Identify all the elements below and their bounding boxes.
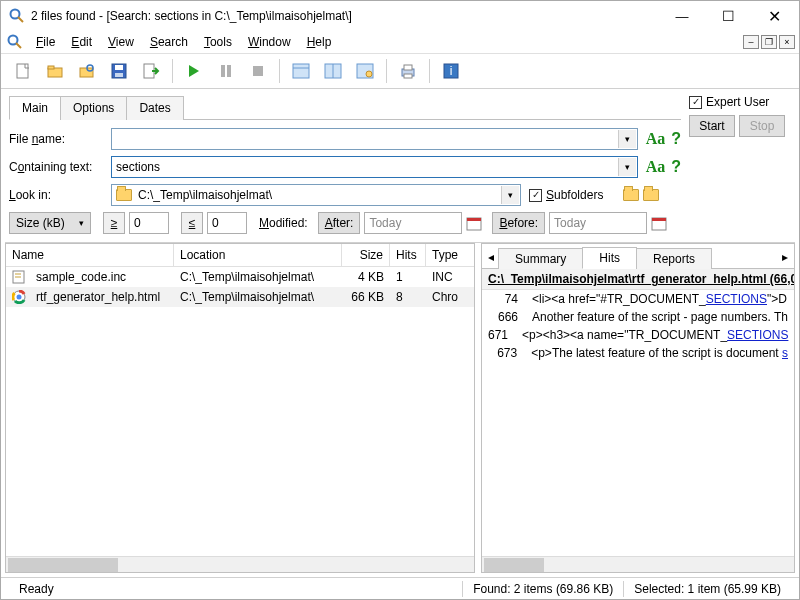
h-scrollbar[interactable] [6, 556, 474, 572]
results-list-pane: Name Location Size Hits Type sample_code… [5, 243, 475, 573]
ge-button[interactable]: ≥ [103, 212, 125, 234]
h-scrollbar[interactable] [482, 556, 794, 572]
svg-rect-14 [221, 65, 225, 77]
menu-help[interactable]: Help [300, 33, 339, 51]
file-name-input[interactable]: ▾ [111, 128, 638, 150]
table-row[interactable]: sample_code.inc C:\_Temp\ilmaisohjelmat\… [6, 267, 474, 287]
mdi-close-button[interactable]: × [779, 35, 795, 49]
svg-rect-4 [17, 64, 28, 78]
tab-summary[interactable]: Summary [498, 248, 583, 269]
menu-file[interactable]: File [29, 33, 62, 51]
menu-search[interactable]: Search [143, 33, 195, 51]
col-type[interactable]: Type [426, 244, 474, 266]
stop-button-icon[interactable] [244, 57, 272, 85]
save-button[interactable] [105, 57, 133, 85]
hit-line[interactable]: 671<p><h3><a name="TR_DOCUMENT_SECTIONS [482, 326, 794, 344]
start-button[interactable]: Start [689, 115, 735, 137]
tab-hits[interactable]: Hits [582, 247, 637, 269]
minimize-button[interactable]: — [659, 1, 705, 31]
chevron-down-icon[interactable]: ▾ [501, 186, 519, 204]
case-toggle-icon[interactable]: Aa [646, 158, 666, 176]
col-size[interactable]: Size [342, 244, 390, 266]
col-location[interactable]: Location [174, 244, 342, 266]
menu-tools[interactable]: Tools [197, 33, 239, 51]
menu-view[interactable]: View [101, 33, 141, 51]
maximize-button[interactable]: ☐ [705, 1, 751, 31]
tab-reports[interactable]: Reports [636, 248, 712, 269]
search-icon [7, 34, 23, 50]
before-button[interactable]: Before: [492, 212, 545, 234]
svg-rect-15 [227, 65, 231, 77]
modified-label: Modified: [259, 216, 308, 230]
containing-text-input[interactable]: sections▾ [111, 156, 638, 178]
chevron-down-icon[interactable]: ▾ [618, 158, 636, 176]
expert-user-checkbox[interactable]: ✓Expert User [689, 95, 791, 109]
svg-line-3 [16, 43, 21, 48]
scroll-right-icon[interactable]: ▸ [778, 250, 792, 264]
svg-rect-10 [115, 65, 123, 70]
pause-button[interactable] [212, 57, 240, 85]
svg-rect-6 [48, 66, 54, 69]
col-hits[interactable]: Hits [390, 244, 426, 266]
status-ready: Ready [9, 582, 64, 596]
layout-3-button[interactable] [351, 57, 379, 85]
open-search-button[interactable] [73, 57, 101, 85]
case-toggle-icon[interactable]: Aa [646, 130, 666, 148]
col-name[interactable]: Name [6, 244, 174, 266]
scroll-left-icon[interactable]: ◂ [484, 250, 498, 264]
before-date-input[interactable]: Today [549, 212, 647, 234]
about-button[interactable]: i [437, 57, 465, 85]
stop-button[interactable]: Stop [739, 115, 785, 137]
side-controls: ✓Expert User Start Stop [681, 95, 791, 236]
hits-file-header: C:\_Temp\ilmaisohjelmat\rtf_generator_he… [482, 269, 794, 290]
svg-rect-25 [404, 74, 412, 78]
print-button[interactable] [394, 57, 422, 85]
calendar-icon[interactable] [466, 215, 482, 231]
chevron-down-icon[interactable]: ▾ [618, 130, 636, 148]
tab-main[interactable]: Main [9, 96, 61, 120]
close-button[interactable]: ✕ [751, 1, 797, 31]
calendar-icon[interactable] [651, 215, 667, 231]
help-icon[interactable]: ? [671, 158, 681, 176]
mdi-minimize-button[interactable]: – [743, 35, 759, 49]
size-ge-input[interactable]: 0 [129, 212, 169, 234]
mdi-controls: – ❐ × [743, 35, 799, 49]
new-button[interactable] [9, 57, 37, 85]
hit-line[interactable]: 666Another feature of the script - page … [482, 308, 794, 326]
layout-2-button[interactable] [319, 57, 347, 85]
svg-marker-13 [189, 65, 199, 77]
le-button[interactable]: ≤ [181, 212, 203, 234]
size-le-input[interactable]: 0 [207, 212, 247, 234]
results-header: Name Location Size Hits Type [6, 244, 474, 267]
tab-options[interactable]: Options [60, 96, 127, 120]
size-unit-select[interactable]: Size (kB)▾ [9, 212, 91, 234]
after-button[interactable]: After: [318, 212, 361, 234]
status-found: Found: 2 items (69.86 KB) [463, 582, 623, 596]
menu-edit[interactable]: Edit [64, 33, 99, 51]
after-date-input[interactable]: Today [364, 212, 462, 234]
file-name-label: File name: [9, 132, 111, 146]
containing-text-label: Containing text: [9, 160, 111, 174]
layout-1-button[interactable] [287, 57, 315, 85]
browse-folder-icon[interactable] [623, 189, 639, 201]
help-icon[interactable]: ? [671, 130, 681, 148]
export-button[interactable] [137, 57, 165, 85]
detail-pane: ◂ Summary Hits Reports ▸ C:\_Temp\ilmais… [481, 243, 795, 573]
statusbar: Ready Found: 2 items (69.86 KB) Selected… [1, 577, 799, 599]
mdi-restore-button[interactable]: ❐ [761, 35, 777, 49]
tab-dates[interactable]: Dates [126, 96, 183, 120]
svg-rect-24 [404, 65, 412, 70]
start-button-icon[interactable] [180, 57, 208, 85]
table-row[interactable]: rtf_generator_help.html C:\_Temp\ilmaiso… [6, 287, 474, 307]
hit-line[interactable]: 74<li><a href="#TR_DOCUMENT_SECTIONS">D [482, 290, 794, 308]
subfolders-checkbox[interactable]: ✓Subfolders [529, 188, 603, 202]
window-title: 2 files found - [Search: sections in C:\… [31, 9, 659, 23]
svg-rect-17 [293, 64, 309, 78]
look-in-input[interactable]: C:\_Temp\ilmaisohjelmat\▾ [111, 184, 521, 206]
svg-rect-11 [115, 73, 123, 77]
browse-folder-2-icon[interactable] [643, 189, 659, 201]
menu-window[interactable]: Window [241, 33, 298, 51]
open-button[interactable] [41, 57, 69, 85]
hit-line[interactable]: 673<p>The latest feature of the script i… [482, 344, 794, 362]
svg-rect-7 [80, 68, 93, 77]
